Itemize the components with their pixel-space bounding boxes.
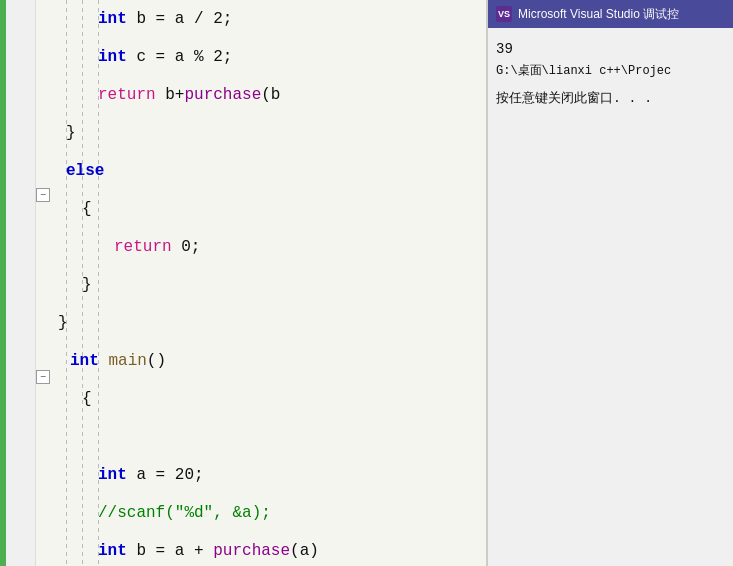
code-text: int b = a + purchase(a) (98, 532, 319, 566)
code-line: } (50, 266, 486, 304)
code-text: return 0; (114, 228, 200, 266)
editor-gutter (6, 0, 36, 566)
debug-prompt: 按任意键关闭此窗口. . . (496, 88, 725, 110)
code-text: { (82, 380, 92, 418)
code-text: return b+purchase(b (98, 76, 280, 114)
code-line: int main() (50, 342, 486, 380)
code-line: else (50, 152, 486, 190)
code-line: { (50, 380, 486, 418)
code-line: int c = a % 2; (50, 38, 486, 76)
debug-panel: VS Microsoft Visual Studio 调试控 39 G:\桌面\… (487, 0, 733, 566)
code-line: int b = a + purchase(a) (50, 532, 486, 566)
code-line: return b+purchase(b (50, 76, 486, 114)
code-text: } (66, 114, 76, 152)
code-line: int b = a / 2; (50, 0, 486, 38)
collapse-marker-else[interactable]: − (36, 188, 50, 202)
vs-icon: VS (496, 6, 512, 22)
code-lines: int b = a / 2; int c = a % 2; return b+p… (50, 0, 486, 566)
debug-header-text: Microsoft Visual Studio 调试控 (518, 6, 679, 23)
code-line: } (50, 304, 486, 342)
code-text: } (58, 304, 68, 342)
code-line: int a = 20; (50, 456, 486, 494)
collapse-marker-main[interactable]: − (36, 370, 50, 384)
code-line: } (50, 114, 486, 152)
code-text: int c = a % 2; (98, 38, 232, 76)
code-editor: − − int b = a / 2; int c = a % 2; return… (0, 0, 487, 566)
code-text: //scanf("%d", &a); (98, 494, 271, 532)
code-text: else (66, 152, 104, 190)
code-text: int main() (70, 342, 166, 380)
debug-content: 39 G:\桌面\lianxi c++\Projec 按任意键关闭此窗口. . … (488, 28, 733, 566)
code-line: return 0; (50, 228, 486, 266)
code-line: { (50, 190, 486, 228)
debug-header: VS Microsoft Visual Studio 调试控 (488, 0, 733, 28)
code-line: //scanf("%d", &a); (50, 494, 486, 532)
debug-output-number: 39 (496, 38, 725, 60)
code-line (50, 418, 486, 456)
debug-path: G:\桌面\lianxi c++\Projec (496, 60, 725, 82)
code-text: } (82, 266, 92, 304)
code-text: int a = 20; (98, 456, 204, 494)
code-text: int b = a / 2; (98, 0, 232, 38)
code-text: { (82, 190, 92, 228)
